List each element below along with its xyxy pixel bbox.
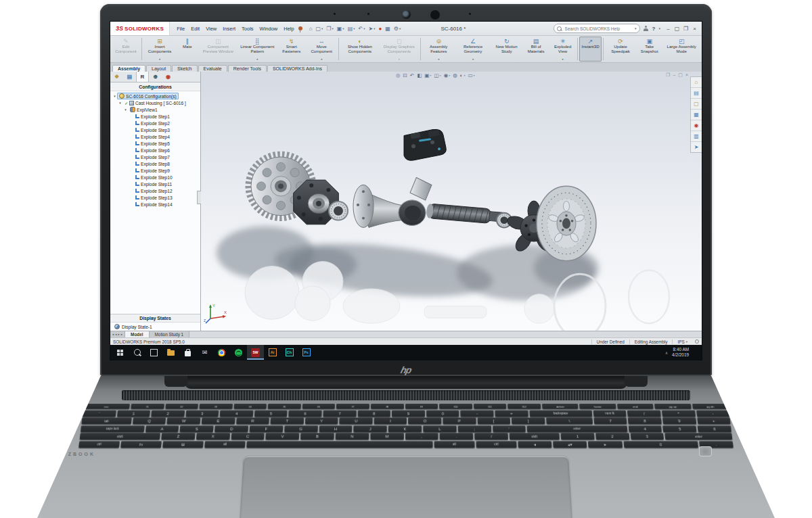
tree-item[interactable]: ▾ExplView1 [110, 106, 200, 113]
select-icon[interactable]: ➤▾ [368, 26, 375, 32]
previous-view-button[interactable]: ↶ [410, 72, 414, 78]
solidworks-button[interactable]: SW [247, 345, 264, 360]
help-caret-icon[interactable]: ▾ [658, 26, 660, 30]
tree-item[interactable]: Explode Step4 [110, 133, 200, 140]
configurationmanager-tab-tab[interactable]: R [136, 72, 149, 82]
tree-item[interactable]: Explode Step1 [110, 113, 200, 120]
viewport-3d-scene[interactable] [201, 72, 702, 331]
solidworks-resources-tab[interactable]: ⌂ [691, 77, 702, 88]
spotify-button[interactable] [230, 345, 247, 360]
new-document-icon[interactable]: ▢▾ [316, 26, 323, 32]
tree-item[interactable]: Explode Step12 [110, 187, 200, 194]
featuremanager-tab-tab[interactable]: ❖ [110, 72, 123, 82]
bearing-left[interactable] [329, 202, 348, 220]
search-input[interactable] [564, 26, 633, 32]
file-explorer-button[interactable] [162, 345, 179, 360]
tab-scroll-arrow-icon[interactable]: ◂ [112, 333, 114, 336]
undo-icon[interactable]: ↶▾ [358, 26, 365, 32]
tab-assembly[interactable]: Assembly [112, 65, 145, 72]
file-properties-icon[interactable]: ▦ [385, 26, 390, 32]
restore-icon[interactable]: ❐ [681, 24, 690, 33]
propertymanager-tab-tab[interactable]: ▤ [123, 72, 136, 82]
tab-sketch[interactable]: Sketch [172, 65, 197, 72]
search-box[interactable]: ▾ [554, 24, 640, 33]
graphics-viewport[interactable]: ◎⊡↶◧▣▾◫▾◉▾◍◐▾▭▾ ❐–▢× ⌂▤▢▦◉▥➤ Y X Z [201, 72, 702, 331]
tab-scroll-arrow-icon[interactable]: ▸ [118, 333, 120, 336]
section-view-button[interactable]: ◧ [417, 72, 422, 78]
tree-item[interactable]: Explode Step8 [110, 160, 200, 167]
hide-show-items-button[interactable]: ◉▾ [444, 72, 451, 78]
tree-item[interactable]: Explode Step11 [110, 181, 200, 187]
menu-view[interactable]: View [206, 26, 217, 32]
open-icon[interactable]: ❐▾ [326, 26, 333, 32]
assembly-features-button[interactable]: ⊚Assembly Features▾ [422, 37, 455, 62]
pin-icon[interactable] [298, 26, 302, 30]
menu-insert[interactable]: Insert [223, 26, 235, 32]
tab-solidworks-add-ins[interactable]: SOLIDWORKS Add-Ins [267, 65, 328, 72]
tab-render-tools[interactable]: Render Tools [228, 65, 267, 72]
linear-component-pattern-button[interactable]: ⣿Linear Component Pattern▾ [238, 37, 277, 62]
tree-item[interactable]: Explode Step7 [110, 154, 200, 160]
task-view-button[interactable] [145, 345, 162, 360]
view-palette-tab[interactable]: ▦ [691, 110, 702, 120]
design-library-tab[interactable]: ▤ [691, 88, 702, 99]
smart-fasteners-button[interactable]: ↯Smart Fasteners [277, 37, 306, 62]
tree-item[interactable]: Explode Step10 [110, 174, 200, 181]
dimxpertmanager-tab-tab[interactable]: ⊕ [149, 72, 162, 82]
store-button[interactable] [179, 345, 196, 360]
menu-help[interactable]: Help [284, 26, 294, 32]
reference-geometry-button[interactable]: ∠Reference Geometry▾ [455, 37, 491, 62]
login-icon[interactable] [644, 26, 649, 31]
tree-item[interactable]: Explode Step13 [110, 194, 200, 201]
menu-edit[interactable]: Edit [191, 26, 200, 32]
doc-minimize-icon[interactable]: – [673, 72, 675, 78]
print-icon[interactable]: ▤▾ [348, 26, 355, 32]
insert-components-button[interactable]: ⊞Insert Components▾ [143, 37, 176, 62]
doc-close-icon[interactable]: × [685, 72, 688, 78]
adobe-photoshop-button[interactable]: Ps [298, 345, 315, 360]
file-explorer-tab[interactable]: ▢ [691, 99, 702, 110]
appearances-scenes-tab[interactable]: ◉ [691, 120, 702, 131]
take-snapshot-button[interactable]: ▣Take Snapshot [636, 37, 662, 62]
doc-restore-icon[interactable]: ❐ [666, 72, 670, 78]
save-icon[interactable]: ▣▾ [337, 26, 344, 32]
bill-of-materials-button[interactable]: ▤Bill of Materials [522, 37, 549, 62]
tree-item[interactable]: Explode Step3 [110, 126, 200, 133]
update-speedpak-button[interactable]: ⟳Update Speedpak [605, 37, 636, 62]
view-orientation-button[interactable]: ▣▾ [424, 72, 431, 78]
tab-scroll-arrow-icon[interactable]: ▸ [121, 333, 122, 336]
cortana-search-button[interactable] [129, 345, 145, 360]
adobe-app-button[interactable]: Ch [281, 345, 298, 360]
zoom-area-button[interactable]: ⊡ [403, 72, 407, 78]
new-motion-study-button[interactable]: ↻New Motion Study [491, 37, 522, 62]
mate-button[interactable]: ∥Mate [176, 37, 198, 62]
mail-button[interactable]: ✉ [196, 345, 213, 360]
tree-item[interactable]: ▾SC-6016 Configuration(s) [110, 93, 200, 99]
large-assembly-mode-button[interactable]: ◰Large Assembly Mode [662, 37, 700, 62]
tab-motion-study-1[interactable]: Motion Study 1 [150, 331, 190, 337]
menu-file[interactable]: File [177, 26, 185, 32]
display-state-item[interactable]: Display State-1 [110, 323, 200, 331]
taskbar-clock[interactable]: 8:40 AM 4/2/2019 [672, 347, 689, 358]
search-caret-icon[interactable]: ▾ [635, 26, 637, 30]
tab-layout[interactable]: Layout [146, 65, 171, 72]
zoom-fit-button[interactable]: ◎ [396, 72, 401, 78]
tree-item[interactable]: ▾✓Cast Housing [ SC-6016 ] [110, 99, 200, 106]
show-hidden-components-button[interactable]: ◐Show Hidden Components [340, 37, 380, 62]
doc-maximize-icon[interactable]: ▢ [678, 72, 683, 78]
tree-item[interactable]: Explode Step6 [110, 147, 200, 154]
exploded-view-button[interactable]: ✳Exploded View▾ [549, 37, 576, 62]
tree-expander-icon[interactable]: ▾ [112, 94, 117, 98]
menu-tools[interactable]: Tools [242, 26, 254, 32]
tree-item[interactable]: Explode Step5 [110, 140, 200, 147]
apply-scene-button[interactable]: ◐▾ [460, 72, 466, 78]
chrome-button[interactable] [213, 345, 230, 360]
display-style-button[interactable]: ◫▾ [434, 72, 441, 78]
adobe-illustrator-button[interactable]: Ai [264, 345, 281, 360]
displaymanager-tab-tab[interactable]: ◉ [162, 72, 175, 82]
tree-item[interactable]: Explode Step9 [110, 167, 200, 174]
tree-item[interactable]: Explode Step14 [110, 201, 200, 208]
home-icon[interactable]: ⌂ [309, 26, 313, 32]
start-button[interactable] [112, 345, 129, 360]
help-button[interactable]: ? [652, 26, 656, 32]
